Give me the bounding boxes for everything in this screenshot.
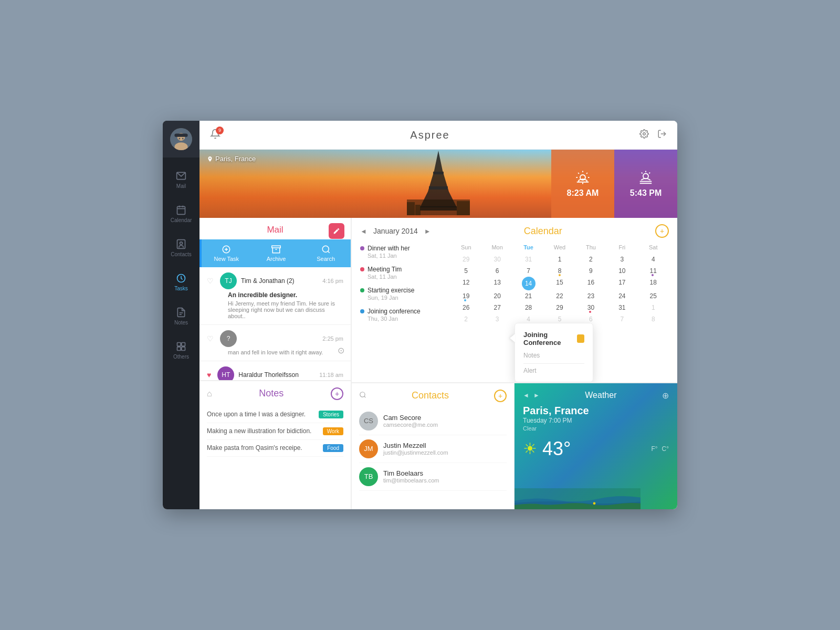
cal-day-10[interactable]: 10 xyxy=(606,265,637,277)
weekday-wed: Wed xyxy=(544,243,575,251)
contact-name-2: Justin Mezzell xyxy=(383,442,448,449)
mail-message-1[interactable]: ♡ TJ Tim & Jonathan (2) 4:16 pm An incre… xyxy=(200,267,351,325)
contact-email-3: tim@timboelaars.com xyxy=(383,477,439,484)
popup-arrow xyxy=(510,334,515,342)
cal-day-29[interactable]: 29 xyxy=(544,302,575,313)
cal-day-13[interactable]: 13 xyxy=(481,277,512,290)
mail-panel-header: Mail xyxy=(200,218,351,239)
hero-banner: Paris, France 8:23 AM xyxy=(200,150,677,218)
sunrise-time: 8:23 AM xyxy=(567,188,599,198)
cal-day-3next[interactable]: 3 xyxy=(481,313,512,325)
cal-day-1[interactable]: 1 xyxy=(544,254,575,265)
note-item-3[interactable]: Make pasta from Qasim's receipe. Food xyxy=(207,440,343,457)
cal-day-2[interactable]: 2 xyxy=(575,254,606,265)
cal-day-2next[interactable]: 2 xyxy=(450,313,481,325)
sidebar-item-calendar[interactable]: Calendar xyxy=(163,197,200,231)
msg-time-1: 4:16 pm xyxy=(322,278,343,284)
cal-day-22[interactable]: 22 xyxy=(544,290,575,302)
weekday-sat: Sat xyxy=(638,243,669,251)
cal-day-15[interactable]: 15 xyxy=(544,277,575,290)
cal-day-30prev[interactable]: 30 xyxy=(481,254,512,265)
mail-messages: ♡ TJ Tim & Jonathan (2) 4:16 pm An incre… xyxy=(200,267,351,381)
sidebar-item-tasks[interactable]: Tasks xyxy=(163,265,200,299)
notes-add-button[interactable]: + xyxy=(331,387,343,400)
cal-day-8[interactable]: 8 xyxy=(544,265,575,277)
cal-day-21[interactable]: 21 xyxy=(513,290,544,302)
cal-event-1[interactable]: Dinner with her Sat, 11 Jan xyxy=(360,243,444,259)
cal-day-16[interactable]: 16 xyxy=(575,277,606,290)
temp-fahrenheit-button[interactable]: F° xyxy=(651,445,657,453)
app-title: Aspree xyxy=(410,129,449,141)
notification-badge: 9 xyxy=(216,127,224,134)
event-name-4: Joining conference xyxy=(368,308,421,315)
sidebar-item-notes[interactable]: Notes xyxy=(163,299,200,333)
contact-item-3[interactable]: TB Tim Boelaars tim@timboelaars.com xyxy=(359,463,507,491)
note-tag-3: Food xyxy=(323,444,343,452)
cal-day-18[interactable]: 18 xyxy=(638,277,669,290)
cal-day-6[interactable]: 6 xyxy=(481,265,512,277)
cal-day-23[interactable]: 23 xyxy=(575,290,606,302)
sidebar-item-mail[interactable]: Mail xyxy=(163,163,200,197)
cal-day-14[interactable]: 14 xyxy=(522,277,536,290)
new-task-button[interactable]: New Task xyxy=(202,239,251,267)
logout-icon[interactable] xyxy=(657,129,667,141)
cal-day-3[interactable]: 3 xyxy=(606,254,637,265)
cal-day-24[interactable]: 24 xyxy=(606,290,637,302)
cal-day-30[interactable]: 30 xyxy=(575,302,606,313)
cal-day-12[interactable]: 12 xyxy=(450,277,481,290)
heart-icon-2: ♡ xyxy=(207,334,214,343)
mail-message-2[interactable]: ♡ ? 2:25 pm man and fell in love with it… xyxy=(200,325,351,361)
cal-day-5[interactable]: 5 xyxy=(450,265,481,277)
cal-day-11[interactable]: 11 xyxy=(638,265,669,277)
calendar-header: ◄ January 2014 ► Calendar + xyxy=(360,224,669,238)
cal-day-20[interactable]: 20 xyxy=(481,290,512,302)
cal-next-button[interactable]: ► xyxy=(424,227,431,235)
cal-day-26[interactable]: 26 xyxy=(450,302,481,313)
weather-sun-icon: ☀ xyxy=(523,439,537,458)
cal-day-8next[interactable]: 8 xyxy=(638,313,669,325)
cal-day-31prev[interactable]: 31 xyxy=(513,254,544,265)
cal-day-19[interactable]: 19 xyxy=(450,290,481,302)
svg-rect-28 xyxy=(415,205,421,215)
note-item-2[interactable]: Making a new illustration for bidiction.… xyxy=(207,423,343,440)
mail-compose-button[interactable] xyxy=(329,223,344,239)
event-date-3: Sun, 19 Jan xyxy=(368,295,444,301)
calendar-grid: Sun Mon Tue Wed Thu Fri Sat 29 xyxy=(450,243,669,327)
contact-item-2[interactable]: JM Justin Mezzell justin@justinmezzell.c… xyxy=(359,435,507,463)
cal-day-28[interactable]: 28 xyxy=(513,302,544,313)
cal-day-31[interactable]: 31 xyxy=(606,302,637,313)
svg-point-45 xyxy=(593,502,596,505)
cal-prev-button[interactable]: ◄ xyxy=(360,227,367,235)
contacts-search-icon[interactable] xyxy=(359,391,366,400)
note-item-1[interactable]: Once upon a time I was a designer. Stori… xyxy=(207,406,343,423)
archive-label: Archive xyxy=(267,256,286,262)
weather-add-button[interactable]: ⊕ xyxy=(662,391,669,401)
user-avatar[interactable] xyxy=(170,128,192,150)
cal-day-27[interactable]: 27 xyxy=(481,302,512,313)
contact-item-1[interactable]: CS Cam Secore camsecore@me.com xyxy=(359,407,507,435)
sidebar-item-others[interactable]: Others xyxy=(163,333,200,368)
calendar-add-button[interactable]: + xyxy=(655,224,669,238)
weather-prev-button[interactable]: ◄ xyxy=(523,392,529,399)
cal-day-25[interactable]: 25 xyxy=(638,290,669,302)
mail-message-3[interactable]: ♥ HT Haraldur Thorleifsson 11:18 am Trip… xyxy=(200,361,351,381)
cal-event-2[interactable]: Meeting Tim Sat, 11 Jan xyxy=(360,264,444,280)
notification-bell[interactable]: 9 xyxy=(210,129,220,142)
sidebar-item-contacts[interactable]: Contacts xyxy=(163,231,200,265)
weather-temperature: 43° xyxy=(542,438,571,460)
archive-button[interactable]: Archive xyxy=(251,239,301,267)
cal-day-7next[interactable]: 7 xyxy=(606,313,637,325)
cal-day-17[interactable]: 17 xyxy=(606,277,637,290)
temp-celsius-button[interactable]: C° xyxy=(662,445,669,453)
cal-day-9[interactable]: 9 xyxy=(575,265,606,277)
cal-day-1next[interactable]: 1 xyxy=(638,302,669,313)
contacts-add-button[interactable]: + xyxy=(494,390,507,402)
cal-day-4[interactable]: 4 xyxy=(638,254,669,265)
cal-day-7[interactable]: 7 xyxy=(513,265,544,277)
cal-event-4[interactable]: Joining conference Thu, 30 Jan xyxy=(360,306,444,322)
settings-icon[interactable] xyxy=(639,129,649,141)
weather-next-button[interactable]: ► xyxy=(533,392,540,399)
cal-day-29prev[interactable]: 29 xyxy=(450,254,481,265)
search-button[interactable]: Search xyxy=(301,239,351,267)
cal-event-3[interactable]: Starting exercise Sun, 19 Jan xyxy=(360,285,444,301)
